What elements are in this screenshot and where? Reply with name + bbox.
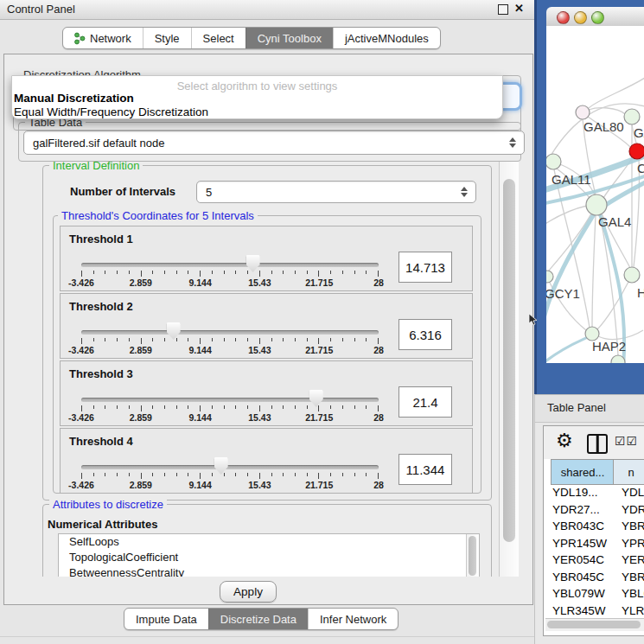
- window-title: Control Panel: [7, 3, 75, 16]
- threshold-1-panel: Threshold 1-3.4262.8599.14415.4321.71528…: [60, 226, 473, 291]
- numerical-attributes-label: Numerical Attributes: [48, 518, 157, 531]
- threshold-3-panel: Threshold 3-3.4262.8599.14415.4321.71528…: [60, 360, 473, 426]
- cell-name: YDR2: [622, 503, 644, 516]
- slider-thumb[interactable]: [246, 255, 260, 272]
- threshold-2-panel: Threshold 2-3.4262.8599.14415.4321.71528…: [60, 293, 473, 359]
- table-row[interactable]: YPR145WYPR1: [544, 536, 644, 553]
- tab-network[interactable]: Network: [63, 28, 143, 48]
- cell-shared-name: YDR27...: [552, 503, 600, 516]
- cell-name: YPR1: [622, 537, 644, 550]
- algorithm-option-0[interactable]: Manual Discretization: [14, 92, 134, 105]
- tick-label: 28: [373, 277, 384, 288]
- table-toolbar: ⚙ ☑☑: [544, 426, 644, 459]
- cell-shared-name: YPR145W: [552, 537, 607, 550]
- node-label-gal80: GAL80: [583, 119, 624, 134]
- cell-name: YER0: [622, 553, 644, 566]
- slider-thumb[interactable]: [167, 322, 181, 340]
- table-row[interactable]: YDL19...YDL1: [544, 485, 644, 502]
- checkbox-icons[interactable]: ☑☑: [615, 434, 638, 448]
- tick-label: 9.144: [188, 480, 211, 490]
- attributes-list-scrollbar[interactable]: [466, 534, 478, 577]
- cell-shared-name: YBR045C: [552, 571, 604, 583]
- cell-name: YDL1: [622, 486, 644, 499]
- table-row[interactable]: YER054CYER0: [544, 552, 644, 570]
- slider-track[interactable]: [81, 330, 379, 335]
- tick-label: 15.43: [248, 480, 271, 490]
- settings-scroll-viewport: Interval Definition Number of Intervals …: [13, 162, 499, 577]
- table-data-combobox[interactable]: galFiltered.sif default node: [23, 131, 525, 155]
- table-row[interactable]: YBL079WYBL0: [544, 586, 644, 603]
- tick-label: 28: [373, 345, 384, 355]
- slider-ticks: [81, 473, 379, 479]
- threshold-slider[interactable]: -3.4262.8599.14415.4321.71528: [81, 226, 379, 290]
- tab-label: Infer Network: [320, 613, 386, 626]
- attributes-group-title: Attributes to discretize: [49, 498, 167, 511]
- table-panel-header: Table Panel: [535, 394, 644, 423]
- close-traffic-light-icon[interactable]: [557, 11, 570, 24]
- tick-label: 9.144: [188, 412, 211, 423]
- column-header-0[interactable]: shared...: [551, 459, 614, 485]
- threshold-slider[interactable]: -3.4262.8599.14415.4321.71528: [81, 361, 379, 425]
- table-horizontal-scrollbar[interactable]: [545, 618, 644, 631]
- tick-label: 9.144: [188, 277, 211, 288]
- table-row[interactable]: YDR27...YDR2: [544, 502, 644, 520]
- tick-label: 28: [373, 412, 384, 423]
- algorithm-option-1[interactable]: Equal Width/Frequency Discretization: [14, 105, 208, 118]
- column-header-1[interactable]: n: [613, 459, 644, 485]
- node-label-gal4: GAL4: [598, 214, 631, 229]
- slider-track[interactable]: [81, 465, 379, 469]
- threshold-value-field[interactable]: 14.713: [399, 252, 452, 283]
- threshold-value-field[interactable]: 21.4: [399, 386, 452, 418]
- table-row[interactable]: YBR045CYBR0: [544, 570, 644, 587]
- node-label-hap2: HAP2: [592, 339, 626, 354]
- tick-label: -3.426: [68, 412, 94, 423]
- node-label-ga: GA: [634, 125, 644, 140]
- gear-icon[interactable]: ⚙: [556, 430, 573, 452]
- cell-shared-name: YER054C: [552, 553, 604, 566]
- number-of-intervals-combobox[interactable]: 5: [196, 181, 476, 203]
- attribute-item[interactable]: TopologicalCoefficient: [59, 550, 479, 565]
- tab-label: Discretize Data: [220, 613, 296, 626]
- mouse-cursor: [528, 314, 538, 327]
- threshold-slider[interactable]: -3.4262.8599.14415.4321.71528: [81, 294, 379, 358]
- cell-shared-name: YBR043C: [552, 520, 604, 532]
- slider-track[interactable]: [81, 398, 379, 402]
- minimize-traffic-light-icon[interactable]: [574, 11, 587, 24]
- settings-scrollbar[interactable]: [499, 162, 519, 577]
- tab-cyni-toolbox[interactable]: Cyni Toolbox: [245, 28, 333, 48]
- slider-thumb[interactable]: [309, 390, 323, 407]
- tick-label: 21.715: [305, 412, 333, 423]
- tab-label: Style: [155, 32, 180, 45]
- tab-discretize-data[interactable]: Discretize Data: [208, 609, 308, 629]
- cell-shared-name: YLR345W: [552, 604, 606, 617]
- tab-label: jActiveMNodules: [345, 32, 429, 45]
- tab-impute-data[interactable]: Impute Data: [124, 609, 208, 629]
- slider-track[interactable]: [81, 263, 379, 267]
- attribute-item[interactable]: SelfLoops: [59, 534, 479, 550]
- tab-jactivemnodules[interactable]: jActiveMNodules: [333, 28, 440, 48]
- tick-label: -3.426: [68, 345, 94, 355]
- threshold-value-field[interactable]: 6.316: [399, 319, 452, 350]
- number-of-intervals-label: Number of Intervals: [70, 185, 175, 198]
- network-canvas[interactable]: GAL80GACGAL11GAL4GCY1HHAP2: [546, 26, 644, 363]
- close-icon[interactable]: ✕: [514, 2, 524, 15]
- attribute-item[interactable]: BetweennessCentrality: [59, 565, 479, 577]
- slider-thumb[interactable]: [214, 457, 228, 475]
- apply-button[interactable]: Apply: [220, 581, 277, 603]
- threshold-slider[interactable]: -3.4262.8599.14415.4321.71528: [81, 429, 379, 493]
- threshold-value-field[interactable]: 11.344: [399, 454, 452, 485]
- node-label-gal11: GAL11: [552, 172, 591, 187]
- tab-infer-network[interactable]: Infer Network: [308, 609, 398, 629]
- split-pane-icon[interactable]: [587, 434, 608, 454]
- threshold-4-panel: Threshold 4-3.4262.8599.14415.4321.71528…: [60, 428, 473, 494]
- numerical-attributes-list[interactable]: SelfLoopsTopologicalCoefficientBetweenne…: [58, 533, 480, 577]
- thresholds-group-title: Threshold's Coordinates for 5 Intervals: [58, 209, 258, 222]
- tab-style[interactable]: Style: [143, 28, 191, 48]
- tab-select[interactable]: Select: [191, 28, 245, 48]
- slider-ticks: [81, 405, 379, 411]
- table-row[interactable]: YBR043CYBR0: [544, 519, 644, 536]
- tick-label: -3.426: [68, 277, 94, 288]
- float-window-icon[interactable]: [498, 4, 508, 15]
- zoom-traffic-light-icon[interactable]: [591, 11, 604, 24]
- cell-name: YBR0: [622, 520, 644, 532]
